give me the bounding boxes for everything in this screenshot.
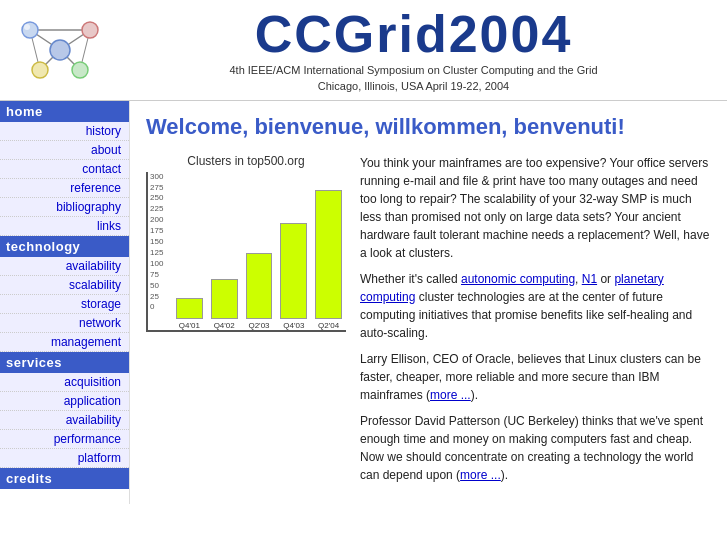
content-area: Welcome, bienvenue, willkommen, benvenut…: [130, 101, 727, 504]
svg-point-8: [22, 22, 38, 38]
sidebar: home history about contact reference bib…: [0, 101, 130, 504]
header: CCGrid2004 4th IEEE/ACM International Sy…: [0, 0, 727, 101]
svg-point-9: [82, 22, 98, 38]
link-n1[interactable]: N1: [582, 272, 597, 286]
svg-point-7: [50, 40, 70, 60]
link-autonomic-computing[interactable]: autonomic computing: [461, 272, 575, 286]
sidebar-item-availability2[interactable]: availability: [0, 411, 129, 430]
subtitle-line2: Chicago, Illinois, USA April 19-22, 2004: [110, 80, 717, 92]
sidebar-item-scalability[interactable]: scalability: [0, 276, 129, 295]
bar-q203: Q2'03: [246, 253, 273, 329]
sidebar-item-management[interactable]: management: [0, 333, 129, 352]
paragraph-3: Larry Ellison, CEO of Oracle, believes t…: [360, 350, 711, 404]
sidebar-section-services: services: [0, 352, 129, 373]
sidebar-item-platform[interactable]: platform: [0, 449, 129, 468]
sidebar-item-availability[interactable]: availability: [0, 257, 129, 276]
chart-title: Clusters in top500.org: [146, 154, 346, 168]
logo: [10, 10, 110, 90]
sidebar-section-home: home: [0, 101, 129, 122]
paragraph-2: Whether it's called autonomic computing,…: [360, 270, 711, 342]
bar-q402: Q4'02: [211, 279, 238, 330]
paragraph-4: Professor David Patterson (UC Berkeley) …: [360, 412, 711, 484]
svg-point-12: [24, 24, 30, 30]
link-more-2[interactable]: more ...: [460, 468, 501, 482]
bar-chart: 300 275 250 225 200 175 150 125 100 75 5…: [146, 172, 346, 332]
text-section: You think your mainframes are too expens…: [360, 154, 711, 492]
sidebar-item-reference[interactable]: reference: [0, 179, 129, 198]
svg-point-11: [72, 62, 88, 78]
svg-point-10: [32, 62, 48, 78]
bar-q403: Q4'03: [280, 223, 307, 330]
subtitle-line1: 4th IEEE/ACM International Symposium on …: [110, 64, 717, 76]
sidebar-item-about[interactable]: about: [0, 141, 129, 160]
welcome-heading: Welcome, bienvenue, willkommen, benvenut…: [146, 113, 711, 142]
content-body: Clusters in top500.org 300 275 250 225 2…: [146, 154, 711, 492]
sidebar-section-credits: credits: [0, 468, 129, 489]
sidebar-item-bibliography[interactable]: bibliography: [0, 198, 129, 217]
link-more-1[interactable]: more ...: [430, 388, 471, 402]
bar-q401: Q4'01: [176, 298, 203, 330]
paragraph-1: You think your mainframes are too expens…: [360, 154, 711, 262]
header-title-block: CCGrid2004 4th IEEE/ACM International Sy…: [110, 8, 717, 92]
sidebar-item-performance[interactable]: performance: [0, 430, 129, 449]
sidebar-item-contact[interactable]: contact: [0, 160, 129, 179]
sidebar-item-history[interactable]: history: [0, 122, 129, 141]
chart-section: Clusters in top500.org 300 275 250 225 2…: [146, 154, 346, 492]
sidebar-item-network[interactable]: network: [0, 314, 129, 333]
sidebar-item-acquisition[interactable]: acquisition: [0, 373, 129, 392]
bar-q204: Q2'04: [315, 190, 342, 329]
site-title: CCGrid2004: [110, 8, 717, 60]
sidebar-item-application[interactable]: application: [0, 392, 129, 411]
sidebar-item-links[interactable]: links: [0, 217, 129, 236]
y-axis-labels: 300 275 250 225 200 175 150 125 100 75 5…: [150, 172, 163, 312]
sidebar-section-technology: technology: [0, 236, 129, 257]
sidebar-item-storage[interactable]: storage: [0, 295, 129, 314]
main-layout: home history about contact reference bib…: [0, 101, 727, 504]
